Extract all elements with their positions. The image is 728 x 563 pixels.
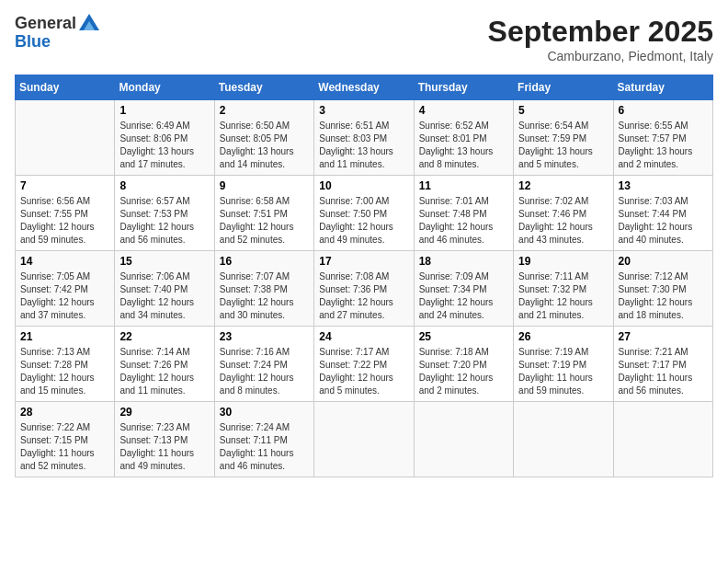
day-info: Sunrise: 7:23 AMSunset: 7:13 PMDaylight:…: [119, 421, 209, 473]
calendar-cell: [314, 402, 414, 477]
day-info: Sunrise: 7:22 AMSunset: 7:15 PMDaylight:…: [20, 421, 109, 473]
calendar-week-row: 7 Sunrise: 6:56 AMSunset: 7:55 PMDayligh…: [16, 176, 713, 251]
calendar-cell: 12 Sunrise: 7:02 AMSunset: 7:46 PMDaylig…: [514, 176, 613, 251]
day-number: 2: [220, 104, 309, 117]
day-info: Sunrise: 7:01 AMSunset: 7:48 PMDaylight:…: [419, 195, 508, 247]
day-info: Sunrise: 7:11 AMSunset: 7:32 PMDaylight:…: [518, 270, 608, 322]
day-number: 5: [518, 104, 608, 117]
calendar-cell: 25 Sunrise: 7:18 AMSunset: 7:20 PMDaylig…: [414, 327, 513, 402]
day-number: 6: [619, 104, 708, 117]
calendar-cell: 28 Sunrise: 7:22 AMSunset: 7:15 PMDaylig…: [16, 402, 115, 477]
calendar-cell: 4 Sunrise: 6:52 AMSunset: 8:01 PMDayligh…: [414, 100, 513, 176]
day-number: 15: [119, 255, 209, 268]
calendar-cell: 10 Sunrise: 7:00 AMSunset: 7:50 PMDaylig…: [314, 176, 414, 251]
weekday-header-row: SundayMondayTuesdayWednesdayThursdayFrid…: [16, 75, 713, 100]
day-number: 23: [220, 330, 309, 343]
day-info: Sunrise: 7:07 AMSunset: 7:38 PMDaylight:…: [220, 270, 309, 322]
calendar-cell: 17 Sunrise: 7:08 AMSunset: 7:36 PMDaylig…: [314, 251, 414, 327]
calendar-cell: 18 Sunrise: 7:09 AMSunset: 7:34 PMDaylig…: [414, 251, 513, 327]
day-number: 4: [419, 104, 508, 117]
calendar-cell: 1 Sunrise: 6:49 AMSunset: 8:06 PMDayligh…: [115, 100, 214, 176]
day-number: 9: [220, 179, 309, 192]
day-number: 28: [20, 406, 109, 419]
day-info: Sunrise: 7:06 AMSunset: 7:40 PMDaylight:…: [119, 270, 209, 322]
calendar-cell: 21 Sunrise: 7:13 AMSunset: 7:28 PMDaylig…: [16, 327, 115, 402]
calendar-table: SundayMondayTuesdayWednesdayThursdayFrid…: [15, 75, 713, 477]
day-number: 13: [619, 179, 708, 192]
day-info: Sunrise: 6:51 AMSunset: 8:03 PMDaylight:…: [319, 120, 408, 171]
logo: General Blue: [15, 15, 99, 52]
day-number: 10: [319, 179, 408, 192]
day-number: 24: [319, 330, 408, 343]
day-info: Sunrise: 7:12 AMSunset: 7:30 PMDaylight:…: [619, 270, 708, 322]
weekday-header: Saturday: [613, 75, 712, 100]
calendar-cell: 6 Sunrise: 6:55 AMSunset: 7:57 PMDayligh…: [613, 100, 712, 176]
calendar-cell: 9 Sunrise: 6:58 AMSunset: 7:51 PMDayligh…: [214, 176, 313, 251]
calendar-cell: 13 Sunrise: 7:03 AMSunset: 7:44 PMDaylig…: [613, 176, 712, 251]
calendar-cell: 16 Sunrise: 7:07 AMSunset: 7:38 PMDaylig…: [214, 251, 313, 327]
day-number: 1: [119, 104, 209, 117]
day-info: Sunrise: 6:49 AMSunset: 8:06 PMDaylight:…: [119, 120, 209, 171]
calendar-cell: [414, 402, 513, 477]
day-info: Sunrise: 6:54 AMSunset: 7:59 PMDaylight:…: [518, 120, 608, 171]
calendar-cell: 26 Sunrise: 7:19 AMSunset: 7:19 PMDaylig…: [514, 327, 613, 402]
calendar-week-row: 1 Sunrise: 6:49 AMSunset: 8:06 PMDayligh…: [16, 100, 713, 176]
weekday-header: Wednesday: [314, 75, 414, 100]
day-number: 21: [20, 330, 109, 343]
calendar-cell: 14 Sunrise: 7:05 AMSunset: 7:42 PMDaylig…: [16, 251, 115, 327]
day-number: 12: [518, 179, 608, 192]
day-info: Sunrise: 7:02 AMSunset: 7:46 PMDaylight:…: [518, 195, 608, 247]
logo-blue-text: Blue: [15, 33, 99, 52]
day-number: 20: [619, 255, 708, 268]
logo-icon: [79, 14, 99, 32]
day-info: Sunrise: 7:17 AMSunset: 7:22 PMDaylight:…: [319, 346, 408, 397]
page-header: General Blue September 2025 Camburzano, …: [15, 15, 713, 63]
month-title: September 2025: [488, 15, 713, 49]
calendar-week-row: 14 Sunrise: 7:05 AMSunset: 7:42 PMDaylig…: [16, 251, 713, 327]
day-info: Sunrise: 7:05 AMSunset: 7:42 PMDaylight:…: [20, 270, 109, 322]
day-number: 19: [518, 255, 608, 268]
day-info: Sunrise: 6:57 AMSunset: 7:53 PMDaylight:…: [119, 195, 209, 247]
day-info: Sunrise: 6:50 AMSunset: 8:05 PMDaylight:…: [220, 120, 309, 171]
day-number: 8: [119, 179, 209, 192]
day-number: 26: [518, 330, 608, 343]
day-info: Sunrise: 6:52 AMSunset: 8:01 PMDaylight:…: [419, 120, 508, 171]
day-number: 14: [20, 255, 109, 268]
day-info: Sunrise: 7:14 AMSunset: 7:26 PMDaylight:…: [119, 346, 209, 397]
calendar-cell: 19 Sunrise: 7:11 AMSunset: 7:32 PMDaylig…: [514, 251, 613, 327]
day-info: Sunrise: 7:03 AMSunset: 7:44 PMDaylight:…: [619, 195, 708, 247]
calendar-cell: 23 Sunrise: 7:16 AMSunset: 7:24 PMDaylig…: [214, 327, 313, 402]
calendar-cell: 2 Sunrise: 6:50 AMSunset: 8:05 PMDayligh…: [214, 100, 313, 176]
weekday-header: Monday: [115, 75, 214, 100]
calendar-week-row: 21 Sunrise: 7:13 AMSunset: 7:28 PMDaylig…: [16, 327, 713, 402]
calendar-cell: 7 Sunrise: 6:56 AMSunset: 7:55 PMDayligh…: [16, 176, 115, 251]
day-info: Sunrise: 7:21 AMSunset: 7:17 PMDaylight:…: [619, 346, 708, 397]
day-number: 7: [20, 179, 109, 192]
day-info: Sunrise: 7:24 AMSunset: 7:11 PMDaylight:…: [220, 421, 309, 473]
day-info: Sunrise: 7:16 AMSunset: 7:24 PMDaylight:…: [220, 346, 309, 397]
weekday-header: Tuesday: [214, 75, 313, 100]
weekday-header: Sunday: [16, 75, 115, 100]
day-number: 25: [419, 330, 508, 343]
day-info: Sunrise: 7:08 AMSunset: 7:36 PMDaylight:…: [319, 270, 408, 322]
day-number: 18: [419, 255, 508, 268]
day-info: Sunrise: 7:19 AMSunset: 7:19 PMDaylight:…: [518, 346, 608, 397]
calendar-cell: 30 Sunrise: 7:24 AMSunset: 7:11 PMDaylig…: [214, 402, 313, 477]
weekday-header: Thursday: [414, 75, 513, 100]
calendar-cell: [16, 100, 115, 176]
day-info: Sunrise: 6:55 AMSunset: 7:57 PMDaylight:…: [619, 120, 708, 171]
calendar-cell: 15 Sunrise: 7:06 AMSunset: 7:40 PMDaylig…: [115, 251, 214, 327]
calendar-cell: 27 Sunrise: 7:21 AMSunset: 7:17 PMDaylig…: [613, 327, 712, 402]
day-info: Sunrise: 6:58 AMSunset: 7:51 PMDaylight:…: [220, 195, 309, 247]
weekday-header: Friday: [514, 75, 613, 100]
calendar-cell: [514, 402, 613, 477]
day-number: 27: [619, 330, 708, 343]
day-info: Sunrise: 7:13 AMSunset: 7:28 PMDaylight:…: [20, 346, 109, 397]
day-info: Sunrise: 7:09 AMSunset: 7:34 PMDaylight:…: [419, 270, 508, 322]
day-number: 29: [119, 406, 209, 419]
calendar-cell: 20 Sunrise: 7:12 AMSunset: 7:30 PMDaylig…: [613, 251, 712, 327]
calendar-cell: 3 Sunrise: 6:51 AMSunset: 8:03 PMDayligh…: [314, 100, 414, 176]
calendar-cell: 29 Sunrise: 7:23 AMSunset: 7:13 PMDaylig…: [115, 402, 214, 477]
location: Camburzano, Piedmont, Italy: [488, 49, 713, 63]
day-number: 22: [119, 330, 209, 343]
